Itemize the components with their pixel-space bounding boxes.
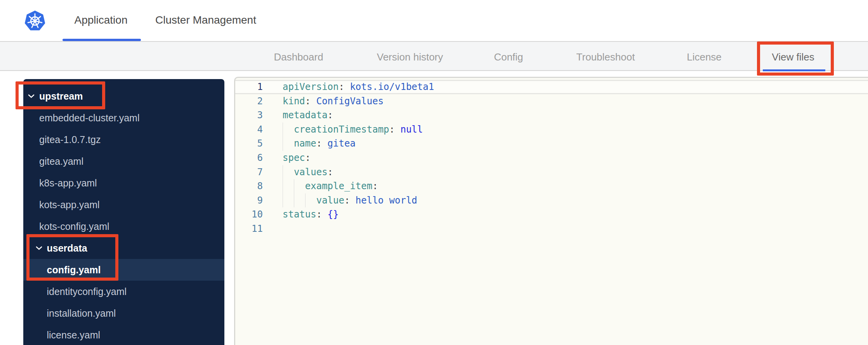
tree-item-label: upstream <box>39 91 83 102</box>
active-tab-underline <box>62 39 141 41</box>
code-text: apiVersion: kots.io/v1beta1 <box>263 81 434 92</box>
code-text: metadata: <box>263 110 333 121</box>
subnav-tab-dashboard[interactable]: Dashboard <box>274 51 323 63</box>
line-number: 10 <box>235 207 263 222</box>
tree-item-label: k8s-app.yaml <box>39 178 97 189</box>
topbar-tab-application[interactable]: Application <box>75 14 128 26</box>
indent-guide <box>294 179 294 193</box>
code-text <box>263 223 283 234</box>
tree-file-installation.yaml[interactable]: installation.yaml <box>23 302 224 324</box>
code-line-5[interactable]: 5 name: gitea <box>235 136 868 151</box>
tree-file-gitea-1.0.7.tgz[interactable]: gitea-1.0.7.tgz <box>23 129 224 150</box>
code-line-8[interactable]: 8 example_item: <box>235 179 868 193</box>
code-text: value: hello world <box>263 195 417 206</box>
top-navigation-bar: ApplicationCluster Management <box>0 0 868 42</box>
indent-guide <box>283 165 283 179</box>
code-text: values: <box>263 167 333 178</box>
tree-folder-userdata[interactable]: userdata <box>23 237 224 259</box>
indent-guide <box>294 193 294 208</box>
indent-guide <box>283 122 283 137</box>
tree-file-license.yaml[interactable]: license.yaml <box>23 324 224 345</box>
subnav-tab-version-history[interactable]: Version history <box>377 51 443 63</box>
line-number: 3 <box>235 108 263 122</box>
topbar-tab-cluster-management[interactable]: Cluster Management <box>155 14 256 26</box>
tree-item-label: license.yaml <box>47 329 101 341</box>
subnav-tab-license[interactable]: License <box>687 51 722 63</box>
code-text: creationTimestamp: null <box>263 124 423 135</box>
kots-admin-console: ApplicationCluster Management DashboardV… <box>0 0 868 345</box>
code-line-7[interactable]: 7 values: <box>235 165 868 179</box>
tree-file-kots-app.yaml[interactable]: kots-app.yaml <box>23 194 224 216</box>
line-number: 5 <box>235 136 263 151</box>
active-subnav-underline <box>763 69 825 71</box>
file-tree-sidebar: upstreamembedded-cluster.yamlgitea-1.0.7… <box>23 79 224 345</box>
subnav-tab-troubleshoot[interactable]: Troubleshoot <box>576 51 635 63</box>
code-line-4[interactable]: 4 creationTimestamp: null <box>235 122 868 137</box>
line-number: 6 <box>235 151 263 165</box>
indent-guide <box>283 179 283 193</box>
indent-guide <box>283 136 283 151</box>
kubernetes-logo-icon <box>24 9 46 32</box>
tree-item-label: identityconfig.yaml <box>47 286 127 297</box>
line-number: 2 <box>235 94 263 109</box>
code-text: kind: ConfigValues <box>263 96 384 107</box>
code-line-9[interactable]: 9 value: hello world <box>235 193 868 208</box>
code-text: name: gitea <box>263 138 356 149</box>
chevron-down-icon <box>28 94 35 98</box>
code-line-11[interactable]: 11 <box>235 222 868 236</box>
tree-file-kots-config.yaml[interactable]: kots-config.yaml <box>23 216 224 237</box>
tree-file-config.yaml[interactable]: config.yaml <box>23 259 224 281</box>
indent-guide <box>283 193 283 208</box>
line-number: 8 <box>235 179 263 193</box>
application-subnav: DashboardVersion historyConfigTroublesho… <box>0 42 868 71</box>
chevron-down-icon <box>36 246 42 250</box>
tree-folder-upstream[interactable]: upstream <box>23 85 224 107</box>
tree-item-label: userdata <box>47 243 87 254</box>
tree-file-k8s-app.yaml[interactable]: k8s-app.yaml <box>23 172 224 194</box>
code-text: status: {} <box>263 209 339 220</box>
line-number: 1 <box>235 81 263 93</box>
subnav-tab-config[interactable]: Config <box>494 51 523 63</box>
code-text: example_item: <box>263 181 378 191</box>
file-content-editor[interactable]: 1apiVersion: kots.io/v1beta12kind: Confi… <box>234 77 868 345</box>
tree-file-embedded-cluster.yaml[interactable]: embedded-cluster.yaml <box>23 107 224 129</box>
code-line-2[interactable]: 2kind: ConfigValues <box>235 94 868 109</box>
tree-file-identityconfig.yaml[interactable]: identityconfig.yaml <box>23 281 224 302</box>
line-number: 4 <box>235 122 263 137</box>
subnav-tab-view-files[interactable]: View files <box>772 51 814 63</box>
code-text: spec: <box>263 152 311 163</box>
code-line-3[interactable]: 3metadata: <box>235 108 868 122</box>
tree-item-label: gitea.yaml <box>39 156 83 167</box>
code-line-10[interactable]: 10status: {} <box>235 207 868 222</box>
tree-item-label: embedded-cluster.yaml <box>39 112 139 124</box>
indent-guide <box>305 193 306 208</box>
tree-item-label: gitea-1.0.7.tgz <box>39 134 101 145</box>
tree-item-label: installation.yaml <box>47 308 116 319</box>
line-number: 11 <box>235 222 263 236</box>
code-line-1[interactable]: 1apiVersion: kots.io/v1beta1 <box>235 80 868 94</box>
tree-file-gitea.yaml[interactable]: gitea.yaml <box>23 150 224 172</box>
tree-item-label: kots-app.yaml <box>39 199 100 210</box>
code-lines: 1apiVersion: kots.io/v1beta12kind: Confi… <box>235 80 868 236</box>
tree-item-label: config.yaml <box>47 264 101 276</box>
tree-item-label: kots-config.yaml <box>39 221 109 232</box>
line-number: 7 <box>235 165 263 179</box>
code-line-6[interactable]: 6spec: <box>235 151 868 165</box>
line-number: 9 <box>235 193 263 208</box>
